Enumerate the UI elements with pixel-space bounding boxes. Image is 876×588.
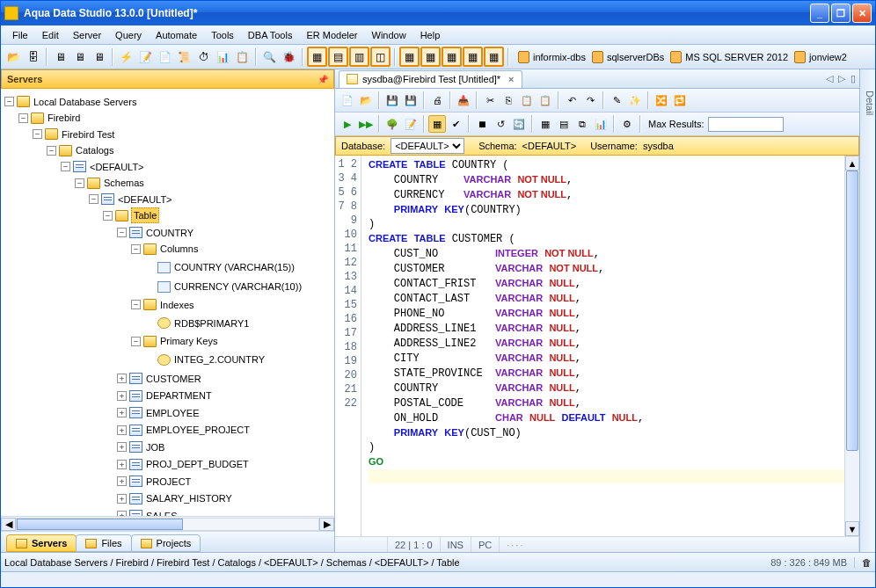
rollback-icon[interactable]: ↺ [492, 115, 509, 133]
expand-icon[interactable]: + [117, 494, 127, 504]
etb-highlight-icon[interactable]: ✎ [608, 91, 625, 109]
etb-print-icon[interactable]: 🖨 [428, 91, 446, 109]
vscroll-thumb[interactable] [846, 171, 858, 451]
tb-tile2-icon[interactable]: ▦ [420, 47, 441, 67]
expand-icon[interactable]: + [117, 408, 127, 417]
menu-tools[interactable]: Tools [205, 28, 240, 42]
menu-server[interactable]: Server [67, 28, 107, 42]
db-shortcut-informix[interactable]: informix-dbs [518, 51, 586, 63]
menu-er-modeler[interactable]: ER Modeler [300, 28, 363, 42]
expand-icon[interactable]: + [117, 374, 127, 383]
etb-saveas-icon[interactable]: 💾 [402, 91, 420, 109]
scroll-down-icon[interactable]: ▼ [845, 521, 859, 536]
expand-icon[interactable]: − [33, 129, 42, 139]
expand-icon[interactable]: − [61, 162, 70, 171]
tb-server-edit-icon[interactable]: 🖥 [70, 47, 89, 66]
expand-icon[interactable]: − [131, 300, 141, 309]
menu-query[interactable]: Query [109, 28, 148, 42]
tb-explain-icon[interactable]: 🔍 [260, 47, 279, 66]
tb-server-add-icon[interactable]: 🖥 [51, 47, 69, 66]
scroll-right-icon[interactable]: ▶ [319, 518, 334, 531]
tree-table[interactable]: +SALARY_HISTORY [117, 491, 233, 505]
db-shortcut-mssql2012[interactable]: MS SQL SERVER 2012 [670, 51, 788, 63]
expand-icon[interactable]: − [89, 194, 99, 204]
tree-columns[interactable]: −Columns [131, 242, 199, 256]
etb-compare-icon[interactable]: 🔁 [671, 91, 689, 109]
scroll-up-icon[interactable]: ▲ [845, 156, 859, 171]
tree-table[interactable]: +PROJECT [117, 475, 192, 489]
tb-server-conn-icon[interactable]: 🖥 [90, 47, 108, 66]
new-tab-icon[interactable]: ⧉ [573, 115, 591, 133]
tree-catalogs[interactable]: −Catalogs [47, 143, 114, 157]
tree-pk[interactable]: INTEG_2.COUNTRY [145, 352, 266, 367]
etb-cut-icon[interactable]: ✂ [481, 91, 499, 109]
db-shortcut-sqlserver[interactable]: sqlserverDBs [592, 51, 664, 63]
tb-tile3-icon[interactable]: ▦ [442, 47, 462, 67]
run-next-icon[interactable]: ▶▶ [357, 115, 375, 133]
expand-icon[interactable]: − [131, 244, 141, 254]
tree-table[interactable]: +JOB [117, 440, 165, 454]
commit-icon[interactable]: ✔ [447, 115, 464, 133]
tree-column[interactable]: CURRENCY (VARCHAR(10)) [145, 279, 303, 294]
reset-icon[interactable]: 🔄 [510, 115, 528, 133]
etb-new-icon[interactable]: 📄 [339, 91, 356, 109]
menu-dba-tools[interactable]: DBA Tools [242, 28, 299, 42]
editor-tab[interactable]: sysdba@Firebird Test [Untitled]* × [339, 70, 522, 88]
etb-paste-icon[interactable]: 📋 [518, 91, 536, 109]
expand-icon[interactable]: − [47, 146, 56, 156]
tb-sql-icon[interactable]: 📄 [156, 47, 174, 66]
resize-grip[interactable] [1, 571, 875, 587]
trash-icon[interactable]: 🗑 [862, 557, 872, 568]
stop-icon[interactable]: ⏹ [473, 115, 491, 133]
tb-tile5-icon[interactable]: ▦ [484, 47, 504, 67]
server-tree[interactable]: −Local Database Servers −Firebird −Fireb… [1, 89, 334, 516]
tree-table[interactable]: +DEPARTMENT [117, 388, 213, 403]
editor-vscroll[interactable]: ▲ ▼ [844, 156, 859, 536]
tree-index[interactable]: RDB$PRIMARY1 [145, 316, 250, 330]
tb-query-icon[interactable]: 📝 [136, 47, 155, 66]
detail-panel-tab[interactable]: Detail [859, 69, 875, 552]
database-select[interactable]: <DEFAULT> [391, 138, 464, 154]
menu-automate[interactable]: Automate [150, 28, 203, 42]
expand-icon[interactable]: + [117, 460, 127, 469]
tb-db-icon[interactable]: 🗄 [24, 47, 42, 66]
tree-hscroll[interactable]: ◀ ▶ [1, 516, 334, 531]
expand-icon[interactable]: − [103, 211, 113, 221]
expand-icon[interactable]: − [75, 178, 84, 188]
tree-indexes[interactable]: −Indexes [131, 298, 195, 312]
tb-tile4-icon[interactable]: ▦ [463, 47, 483, 67]
etb-undo-icon[interactable]: ↶ [563, 91, 580, 109]
tree-primary-keys[interactable]: −Primary Keys [131, 334, 218, 348]
tree-table-folder[interactable]: −Table [103, 207, 159, 223]
tree-table[interactable]: +CUSTOMER [117, 372, 202, 386]
etb-copy-icon[interactable]: ⎘ [500, 91, 517, 109]
etb-pivot-icon[interactable]: 🔀 [653, 91, 670, 109]
tab-nav-right-icon[interactable]: ▷ [838, 73, 845, 84]
run-icon[interactable]: ▶ [339, 115, 356, 133]
tree-table[interactable]: +PROJ_DEPT_BUDGET [117, 457, 250, 471]
expand-icon[interactable]: − [131, 337, 141, 346]
etb-format-icon[interactable]: ✨ [626, 91, 644, 109]
tree-root[interactable]: −Local Database Servers [4, 95, 137, 109]
close-tab-icon[interactable]: × [508, 74, 514, 84]
tree-firebird-test[interactable]: −Firebird Test [33, 127, 115, 142]
scroll-left-icon[interactable]: ◀ [1, 518, 16, 531]
tree-catalog-default[interactable]: −<DEFAULT> [61, 160, 145, 174]
maximize-button[interactable]: ❐ [831, 4, 850, 23]
menu-edit[interactable]: Edit [36, 28, 65, 42]
tab-servers[interactable]: Servers [6, 534, 77, 552]
tree-schema-default[interactable]: −<DEFAULT> [89, 192, 173, 207]
explain-icon[interactable]: 🌳 [383, 115, 401, 133]
code-editor[interactable]: 1 2 3 4 5 6 7 8 9 10 11 12 13 14 15 16 1… [335, 156, 859, 536]
expand-icon[interactable]: + [117, 425, 127, 435]
max-results-input[interactable] [708, 117, 784, 132]
tab-list-icon[interactable]: ▯ [850, 73, 856, 84]
tb-lightning-icon[interactable]: ⚡ [117, 47, 135, 66]
tb-win4-icon[interactable]: ◫ [370, 47, 391, 67]
tree-column[interactable]: COUNTRY (VARCHAR(15)) [145, 260, 296, 274]
tb-win1-icon[interactable]: ▦ [307, 47, 327, 67]
drag-handle[interactable]: ···· [500, 537, 859, 552]
expand-icon[interactable]: − [18, 113, 28, 123]
expand-icon[interactable]: − [117, 228, 127, 237]
expand-icon[interactable]: + [117, 442, 127, 452]
